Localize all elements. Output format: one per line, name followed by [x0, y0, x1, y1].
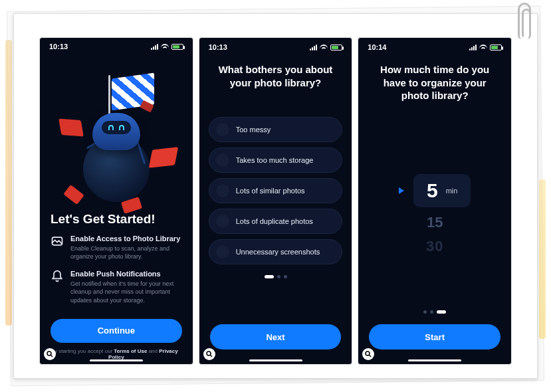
option-screenshots[interactable]: Unnecessary screenshots	[209, 239, 343, 264]
zoom-icon[interactable]	[44, 348, 56, 360]
status-indicators	[151, 44, 183, 50]
option-similar-photos[interactable]: Lots of similar photos	[209, 178, 343, 203]
option-too-messy[interactable]: Too messy	[209, 117, 343, 142]
option-label: Unnecessary screenshots	[236, 248, 320, 256]
wifi-icon	[479, 45, 487, 50]
legal-text: y starting you accept our Terms of Use a…	[40, 348, 193, 364]
picker-selected: 5 min	[413, 174, 471, 207]
radio-icon	[216, 184, 229, 197]
status-indicators	[310, 45, 342, 50]
permission-title: Enable Push Notifications	[70, 270, 182, 278]
page-title: Let's Get Started!	[51, 212, 182, 227]
page-indicator	[199, 275, 352, 278]
zoom-icon[interactable]	[203, 348, 215, 360]
option-label: Too messy	[236, 126, 271, 134]
paper-frame: 10:13 Let's Get Started!	[13, 13, 538, 379]
signal-icon	[151, 44, 158, 50]
home-indicator	[249, 359, 302, 361]
picker-unit: min	[446, 187, 458, 195]
status-bar: 10:13	[199, 38, 352, 56]
permission-photo-library: Enable Access to Photo Library Enable Cl…	[51, 235, 182, 260]
screen-time-picker: 10:14 How much time do you have to organ…	[358, 37, 512, 365]
decorative-edge-left	[5, 40, 12, 326]
option-label: Takes too much storage	[236, 156, 314, 164]
svg-point-3	[366, 351, 370, 355]
picker-option: 15	[427, 214, 443, 231]
option-duplicate-photos[interactable]: Lots of duplicate photos	[209, 209, 343, 234]
radio-icon	[216, 153, 229, 167]
robot-icon	[92, 113, 140, 150]
battery-icon	[171, 44, 183, 50]
options-list: Too messy Takes too much storage Lots of…	[199, 117, 352, 264]
radio-icon	[216, 245, 229, 258]
permission-subtitle: Get notified when it's time for your nex…	[70, 280, 182, 304]
status-bar: 10:14	[358, 38, 511, 56]
button-label: Continue	[98, 326, 135, 336]
terms-link[interactable]: Terms of Use	[114, 348, 147, 354]
svg-point-1	[47, 351, 51, 355]
page-indicator	[358, 310, 511, 314]
bell-icon	[51, 270, 64, 283]
screen-what-bothers: 10:13 What bothers you about your photo …	[199, 37, 353, 365]
signal-icon	[469, 45, 477, 50]
home-indicator	[408, 359, 461, 361]
radio-icon	[216, 123, 229, 136]
battery-icon	[330, 45, 342, 50]
status-time: 10:13	[209, 43, 227, 51]
status-bar: 10:13	[40, 38, 193, 56]
question-text: How much time do you have to organize yo…	[358, 56, 511, 114]
question-text: What bothers you about your photo librar…	[199, 56, 352, 101]
permission-subtitle: Enable Cleanup to scan, analyze and orga…	[70, 245, 182, 260]
screenshot-row: 10:13 Let's Get Started!	[39, 37, 512, 365]
picker-value: 5	[427, 179, 438, 202]
wifi-icon	[161, 44, 169, 50]
svg-point-2	[207, 351, 211, 355]
screen-get-started: 10:13 Let's Get Started!	[39, 37, 193, 365]
status-time: 10:13	[49, 43, 68, 50]
photo-library-icon	[51, 235, 64, 248]
status-indicators	[469, 45, 502, 50]
hero-illustration	[40, 56, 193, 208]
status-time: 10:14	[368, 43, 386, 51]
home-indicator	[90, 359, 143, 361]
start-button[interactable]: Start	[369, 324, 500, 349]
wifi-icon	[320, 45, 328, 50]
next-button[interactable]: Next	[210, 324, 342, 349]
signal-icon	[310, 45, 317, 50]
play-icon	[399, 187, 404, 194]
option-too-much-storage[interactable]: Takes too much storage	[209, 147, 343, 173]
continue-button[interactable]: Continue	[51, 319, 182, 343]
button-label: Start	[425, 332, 445, 342]
button-label: Next	[266, 332, 284, 342]
option-label: Lots of duplicate photos	[236, 217, 313, 225]
decorative-edge-right	[539, 179, 546, 339]
radio-icon	[216, 215, 229, 228]
paperclip-decoration	[518, 3, 531, 39]
permission-push-notifications: Enable Push Notifications Get notified w…	[51, 270, 182, 304]
permission-title: Enable Access to Photo Library	[70, 235, 182, 243]
time-picker[interactable]: 5 min 15 30	[378, 174, 491, 255]
option-label: Lots of similar photos	[236, 187, 305, 195]
battery-icon	[490, 45, 502, 50]
picker-option: 30	[426, 238, 443, 255]
